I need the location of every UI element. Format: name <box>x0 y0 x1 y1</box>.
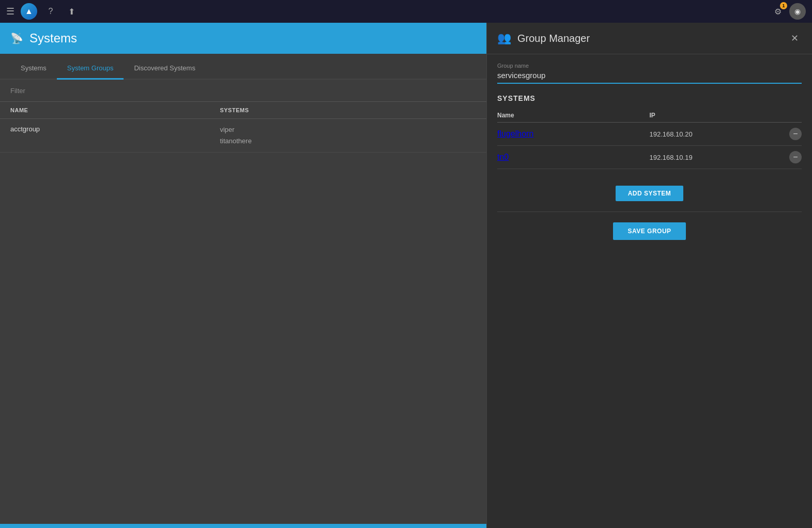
avatar-icon[interactable]: ◉ <box>789 3 806 20</box>
gear-badge-container[interactable]: ⚙ 1 <box>771 4 785 19</box>
panel-divider <box>497 212 802 212</box>
table-header: NAME SYSTEMS <box>0 102 486 119</box>
systems-name-flugelhorn[interactable]: flugelhorn <box>497 129 650 139</box>
col-header-systems: SYSTEMS <box>220 107 476 113</box>
group-manager-title: Group Manager <box>517 33 781 44</box>
add-system-button[interactable]: ADD SYSTEM <box>616 186 684 201</box>
systems-row-1: tn0 192.168.10.19 − <box>497 146 802 169</box>
panel-body: Group name servicesgroup SYSTEMS Name IP… <box>487 54 812 528</box>
hamburger-icon[interactable]: ☰ <box>6 6 14 17</box>
remove-flugelhorn-button[interactable]: − <box>789 128 802 140</box>
col-header-name: NAME <box>10 107 220 113</box>
right-panel: 👥 Group Manager ✕ Group name servicesgro… <box>486 23 812 528</box>
system-item-titanothere: titanothere <box>220 135 476 147</box>
sys-col-header-name: Name <box>497 112 650 119</box>
systems-icon: 📡 <box>10 32 23 44</box>
help-icon[interactable]: ? <box>43 4 58 19</box>
system-item-viper: viper <box>220 124 476 135</box>
systems-section-title: SYSTEMS <box>497 94 802 102</box>
content-panel: 📡 Systems Systems System Groups Discover… <box>0 23 486 528</box>
sys-col-header-action <box>786 112 802 119</box>
filter-row <box>0 80 486 102</box>
group-name-value[interactable]: servicesgroup <box>497 71 802 84</box>
main-layout: 📡 Systems Systems System Groups Discover… <box>0 23 812 528</box>
logo-icon[interactable]: ▲ <box>21 3 37 20</box>
sys-col-header-ip: IP <box>650 112 787 119</box>
page-title: Systems <box>29 31 77 46</box>
topbar-right: ⚙ 1 ◉ <box>771 3 806 20</box>
save-group-button[interactable]: SAVE GROUP <box>613 222 685 240</box>
group-manager-icon: 👥 <box>497 32 511 45</box>
tray-icon[interactable]: ⬆ <box>64 4 79 19</box>
systems-row-0: flugelhorn 192.168.10.20 − <box>497 123 802 146</box>
tab-systems[interactable]: Systems <box>10 58 57 80</box>
panel-header: 👥 Group Manager ✕ <box>487 23 812 54</box>
row-group-systems: viper titanothere <box>220 124 476 147</box>
table-area: NAME SYSTEMS acctgroup viper titanothere <box>0 80 486 524</box>
topbar: ☰ ▲ ? ⬆ ⚙ 1 ◉ <box>0 0 812 23</box>
bottom-bar <box>0 524 486 528</box>
tabs-bar: Systems System Groups Discovered Systems <box>0 54 486 80</box>
gear-badge: 1 <box>780 2 787 9</box>
filter-input[interactable] <box>10 87 476 95</box>
tab-discovered-systems[interactable]: Discovered Systems <box>124 58 205 80</box>
systems-ip-tn0: 192.168.10.19 <box>650 154 790 161</box>
table-row[interactable]: acctgroup viper titanothere <box>0 119 486 153</box>
systems-name-tn0[interactable]: tn0 <box>497 153 650 162</box>
remove-tn0-button[interactable]: − <box>789 151 802 163</box>
group-name-label: Group name <box>497 63 802 69</box>
systems-table-header: Name IP <box>497 109 802 123</box>
tab-system-groups[interactable]: System Groups <box>57 58 124 80</box>
close-button[interactable]: ✕ <box>787 31 802 46</box>
page-header: 📡 Systems <box>0 23 486 54</box>
group-name-field: Group name servicesgroup <box>497 63 802 84</box>
row-group-name: acctgroup <box>10 124 220 133</box>
systems-ip-flugelhorn: 192.168.10.20 <box>650 130 790 138</box>
topbar-left: ☰ ▲ ? ⬆ <box>6 3 764 20</box>
